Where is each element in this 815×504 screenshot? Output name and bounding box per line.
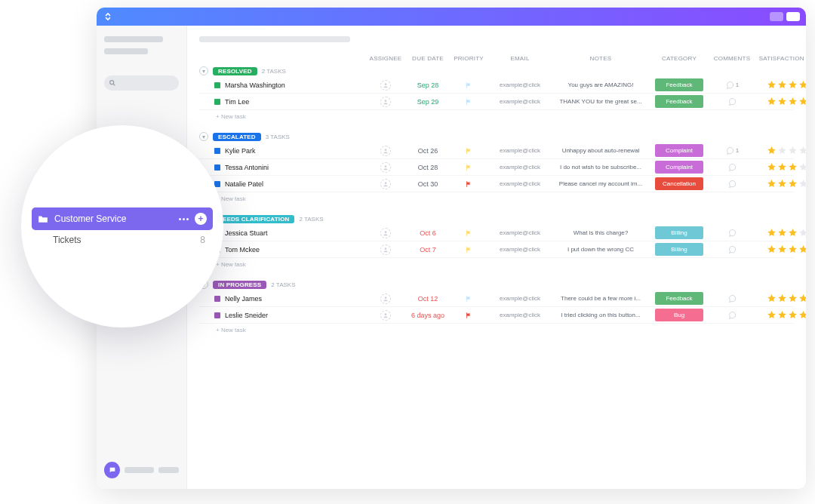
task-row[interactable]: Tom Mckee Oct 7 example@click I put down… bbox=[199, 241, 794, 258]
window-minimize[interactable] bbox=[770, 12, 783, 21]
assignee-picker[interactable] bbox=[380, 310, 391, 321]
task-row[interactable]: Jessica Stuart Oct 6 example@click What … bbox=[199, 225, 794, 241]
due-date[interactable]: 6 days ago bbox=[406, 312, 450, 319]
task-status-square[interactable] bbox=[214, 99, 220, 105]
task-status-square[interactable] bbox=[214, 312, 220, 318]
col-priority[interactable]: PRIORITY bbox=[450, 55, 487, 62]
comments-cell[interactable] bbox=[709, 311, 755, 320]
due-date[interactable]: Oct 30 bbox=[406, 180, 450, 188]
category-badge[interactable]: Cancellation bbox=[655, 177, 703, 190]
task-row[interactable]: Marsha Washington Sep 28 example@click Y… bbox=[199, 77, 794, 94]
col-comments[interactable]: COMMENTS bbox=[709, 55, 755, 62]
new-task-button[interactable]: + New task bbox=[199, 258, 794, 269]
comments-cell[interactable] bbox=[709, 294, 755, 303]
category-badge[interactable]: Billing bbox=[655, 226, 703, 239]
col-duedate[interactable]: DUE DATE bbox=[406, 55, 450, 62]
group-collapse-toggle[interactable]: ▾ bbox=[199, 66, 208, 75]
priority-flag[interactable] bbox=[450, 81, 487, 89]
task-status-square[interactable] bbox=[214, 296, 220, 302]
chat-button[interactable] bbox=[104, 462, 120, 478]
task-row[interactable]: Tessa Antonini Oct 28 example@click I do… bbox=[199, 159, 794, 176]
category-badge[interactable]: Feedback bbox=[655, 292, 703, 305]
comments-cell[interactable] bbox=[709, 180, 755, 189]
category-badge[interactable]: Feedback bbox=[655, 95, 703, 108]
task-row[interactable]: Tim Lee Sep 29 example@click THANK YOU f… bbox=[199, 94, 794, 110]
more-icon[interactable] bbox=[179, 218, 189, 220]
priority-flag[interactable] bbox=[450, 246, 487, 254]
assignee-picker[interactable] bbox=[380, 293, 391, 304]
due-date[interactable]: Oct 7 bbox=[406, 246, 450, 254]
status-pill[interactable]: IN PROGRESS bbox=[213, 281, 266, 289]
category-badge[interactable]: Complaint bbox=[655, 144, 703, 157]
comments-cell[interactable]: 1 bbox=[709, 81, 755, 90]
category-badge[interactable]: Billing bbox=[655, 243, 703, 256]
col-satisfaction[interactable]: SATISFACTION LEVEL bbox=[755, 55, 806, 62]
status-pill[interactable]: NEEDS CLARIFICATION bbox=[213, 215, 294, 223]
comments-cell[interactable] bbox=[709, 97, 755, 106]
satisfaction-stars[interactable] bbox=[755, 146, 806, 155]
task-status-square[interactable] bbox=[214, 148, 220, 154]
due-date[interactable]: Sep 29 bbox=[406, 98, 450, 106]
sidebar-list-tickets[interactable]: Tickets 8 bbox=[32, 235, 213, 245]
assignee-picker[interactable] bbox=[380, 80, 391, 91]
assignee-picker[interactable] bbox=[380, 179, 391, 189]
notes-cell: Unhappy about auto-renewal bbox=[552, 147, 649, 154]
assignee-picker[interactable] bbox=[380, 244, 391, 255]
comments-cell[interactable] bbox=[709, 163, 755, 172]
satisfaction-stars[interactable] bbox=[755, 293, 806, 303]
col-category[interactable]: CATEGORY bbox=[649, 55, 709, 62]
task-row[interactable]: Nelly James Oct 12 example@click There c… bbox=[199, 290, 794, 307]
window-controls bbox=[770, 12, 800, 21]
comments-cell[interactable] bbox=[709, 245, 755, 254]
satisfaction-stars[interactable] bbox=[755, 179, 806, 189]
priority-flag[interactable] bbox=[450, 147, 487, 155]
due-date[interactable]: Oct 28 bbox=[406, 164, 450, 171]
new-task-button[interactable]: + New task bbox=[199, 324, 794, 335]
comments-cell[interactable] bbox=[709, 229, 755, 238]
new-task-button[interactable]: + New task bbox=[199, 192, 794, 204]
sidebar-folder-customer-service[interactable]: Customer Service + bbox=[32, 207, 213, 230]
due-date[interactable]: Oct 26 bbox=[406, 147, 450, 155]
satisfaction-stars[interactable] bbox=[755, 244, 806, 254]
assignee-picker[interactable] bbox=[380, 146, 391, 156]
task-status-square[interactable] bbox=[214, 82, 220, 88]
status-pill[interactable]: ESCALATED bbox=[213, 133, 261, 141]
assignee-picker[interactable] bbox=[380, 162, 391, 173]
sidebar-search[interactable] bbox=[104, 75, 179, 91]
col-email[interactable]: EMAIL bbox=[487, 55, 552, 62]
col-assignee[interactable]: ASSIGNEE bbox=[365, 55, 406, 62]
group-collapse-toggle[interactable]: ▾ bbox=[199, 132, 208, 141]
category-badge[interactable]: Feedback bbox=[655, 78, 703, 91]
satisfaction-stars[interactable] bbox=[755, 97, 806, 106]
priority-flag[interactable] bbox=[450, 295, 487, 303]
priority-flag[interactable] bbox=[450, 312, 487, 319]
task-status-square[interactable] bbox=[214, 164, 220, 171]
satisfaction-stars[interactable] bbox=[755, 162, 806, 172]
satisfaction-stars[interactable] bbox=[755, 80, 806, 90]
satisfaction-stars[interactable] bbox=[755, 310, 806, 320]
task-name: Marsha Washington bbox=[225, 81, 285, 89]
due-date[interactable]: Oct 6 bbox=[406, 229, 450, 237]
task-name: Nelly James bbox=[225, 295, 262, 303]
priority-flag[interactable] bbox=[450, 164, 487, 171]
add-list-button[interactable]: + bbox=[195, 213, 207, 225]
comments-cell[interactable]: 1 bbox=[709, 146, 755, 155]
task-row[interactable]: Kylie Park Oct 26 example@click Unhappy … bbox=[199, 143, 794, 159]
category-badge[interactable]: Complaint bbox=[655, 161, 703, 174]
priority-flag[interactable] bbox=[450, 98, 487, 106]
priority-flag[interactable] bbox=[450, 229, 487, 237]
svg-point-2 bbox=[385, 100, 387, 102]
status-pill[interactable]: RESOLVED bbox=[213, 67, 257, 75]
task-row[interactable]: Natalie Patel Oct 30 example@click Pleas… bbox=[199, 176, 794, 192]
assignee-picker[interactable] bbox=[380, 97, 391, 107]
assignee-picker[interactable] bbox=[380, 228, 391, 238]
new-task-button[interactable]: + New task bbox=[199, 110, 794, 121]
due-date[interactable]: Oct 12 bbox=[406, 295, 450, 303]
due-date[interactable]: Sep 28 bbox=[406, 81, 450, 89]
window-maximize[interactable] bbox=[786, 12, 800, 21]
category-badge[interactable]: Bug bbox=[655, 309, 703, 321]
task-row[interactable]: Leslie Sneider 6 days ago example@click … bbox=[199, 307, 794, 324]
satisfaction-stars[interactable] bbox=[755, 228, 806, 238]
col-notes[interactable]: NOTES bbox=[552, 55, 649, 62]
priority-flag[interactable] bbox=[450, 180, 487, 188]
